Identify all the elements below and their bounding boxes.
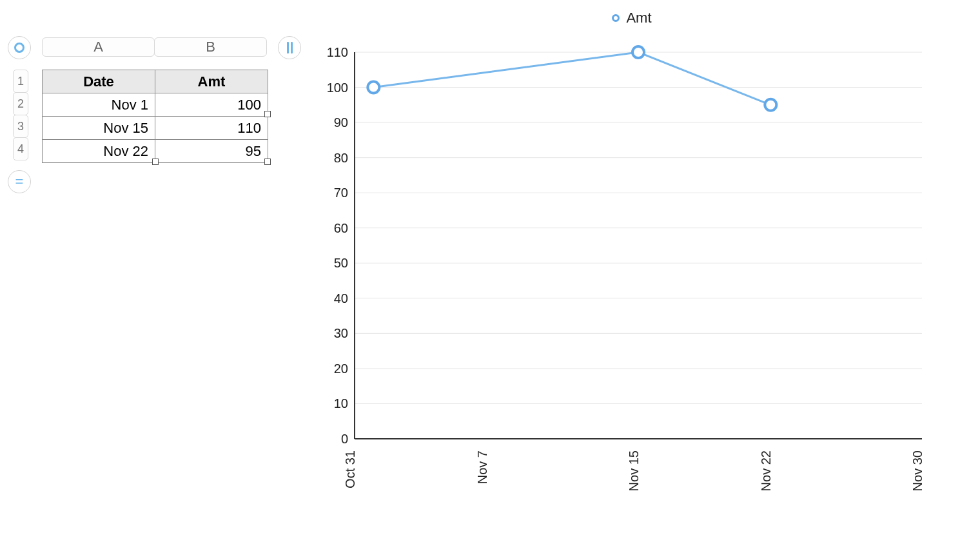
- svg-text:90: 90: [334, 115, 348, 130]
- selection-handle[interactable]: [264, 159, 271, 165]
- row-number-2[interactable]: 2: [13, 92, 28, 115]
- svg-text:50: 50: [334, 256, 348, 270]
- chart-svg: 0102030405060708090100110Oct 31Nov 7Nov …: [316, 33, 935, 510]
- data-table: Date Amt Nov 1 100 Nov 15 110 Nov 22 95: [42, 70, 268, 163]
- cell-date[interactable]: Nov 22: [43, 140, 155, 163]
- svg-text:60: 60: [334, 221, 348, 235]
- column-header-b[interactable]: B: [154, 37, 267, 57]
- columns-icon: [287, 42, 293, 53]
- cell-date[interactable]: Nov 1: [43, 93, 155, 117]
- svg-text:Nov 30: Nov 30: [910, 450, 925, 491]
- svg-text:Nov 22: Nov 22: [759, 450, 773, 491]
- svg-text:40: 40: [334, 291, 348, 305]
- cell-amt[interactable]: 100: [155, 93, 268, 117]
- svg-text:30: 30: [334, 326, 348, 340]
- svg-text:Nov 15: Nov 15: [627, 450, 641, 491]
- svg-text:100: 100: [327, 81, 348, 95]
- column-headers: A B: [42, 37, 266, 57]
- selection-handle[interactable]: [264, 111, 271, 117]
- row-number-1[interactable]: 1: [13, 70, 28, 93]
- svg-text:110: 110: [327, 45, 348, 59]
- cell-amt[interactable]: 95: [155, 140, 268, 163]
- svg-point-32: [632, 46, 644, 58]
- legend-marker-icon: [612, 14, 620, 22]
- header-date[interactable]: Date: [43, 70, 155, 93]
- svg-text:0: 0: [341, 432, 348, 446]
- svg-text:10: 10: [334, 396, 348, 410]
- table-header-row: Date Amt: [43, 70, 268, 93]
- svg-text:70: 70: [334, 186, 348, 200]
- svg-text:20: 20: [334, 361, 348, 376]
- table-row: Nov 15 110: [43, 117, 268, 140]
- column-header-a[interactable]: A: [42, 37, 155, 57]
- selection-handle[interactable]: [152, 159, 159, 165]
- row-number-3[interactable]: 3: [13, 115, 28, 138]
- cell-date[interactable]: Nov 15: [43, 117, 155, 140]
- row-number-4[interactable]: 4: [13, 137, 28, 160]
- add-column-button[interactable]: [278, 36, 301, 59]
- equals-icon: =: [15, 173, 24, 190]
- legend-label: Amt: [626, 10, 651, 26]
- row-numbers: 1 2 3 4: [13, 70, 28, 160]
- svg-text:Nov 7: Nov 7: [475, 450, 489, 484]
- table-row: Nov 1 100: [43, 93, 268, 117]
- chart-plot[interactable]: 0102030405060708090100110Oct 31Nov 7Nov …: [316, 33, 935, 458]
- table-corner-button[interactable]: [8, 36, 31, 59]
- cell-amt[interactable]: 110: [155, 117, 268, 140]
- svg-point-33: [765, 99, 776, 111]
- svg-text:80: 80: [334, 151, 348, 165]
- chart-area: Amt 0102030405060708090100110Oct 31Nov 7…: [309, 10, 954, 519]
- header-amt[interactable]: Amt: [155, 70, 268, 93]
- chart-legend: Amt: [309, 10, 954, 26]
- add-row-button[interactable]: =: [8, 170, 31, 193]
- svg-text:Oct 31: Oct 31: [343, 450, 357, 488]
- ring-icon: [14, 43, 24, 53]
- svg-point-31: [368, 82, 379, 93]
